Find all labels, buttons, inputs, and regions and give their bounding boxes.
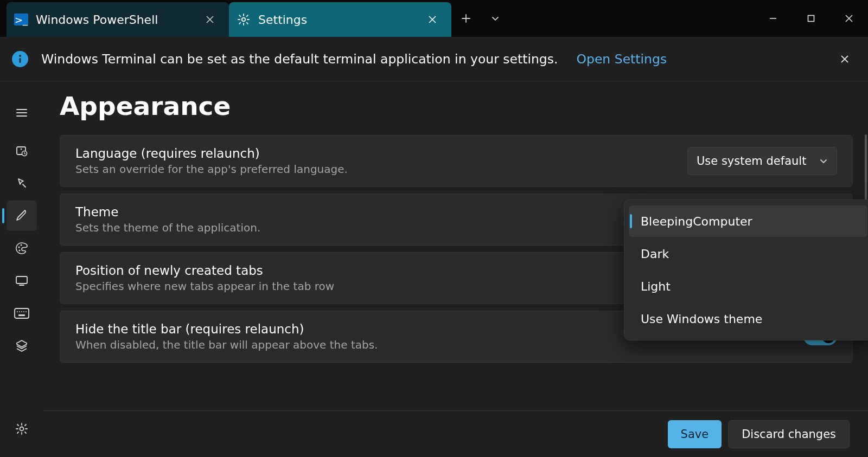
- powershell-icon: >_: [14, 12, 28, 27]
- svg-point-11: [17, 311, 18, 312]
- tab-title: Windows PowerShell: [36, 13, 193, 27]
- language-combo[interactable]: Use system default: [687, 147, 837, 175]
- gear-icon: [237, 12, 251, 27]
- banner-text: Windows Terminal can be set as the defau…: [41, 52, 558, 67]
- setting-language[interactable]: Language (requires relaunch) Sets an ove…: [60, 135, 853, 187]
- main-content: Appearance Language (requires relaunch) …: [43, 81, 868, 457]
- info-banner: Windows Terminal can be set as the defau…: [0, 37, 868, 81]
- nav-toggle-button[interactable]: [7, 98, 37, 128]
- tab-dropdown-button[interactable]: [481, 0, 510, 37]
- svg-point-12: [19, 311, 20, 312]
- sidebar-item-actions[interactable]: [7, 298, 37, 329]
- sidebar-item-startup[interactable]: [7, 136, 37, 166]
- info-icon: [12, 51, 28, 67]
- svg-point-0: [242, 18, 245, 21]
- banner-close-button[interactable]: [833, 48, 856, 70]
- svg-rect-16: [18, 314, 25, 316]
- sidebar-item-color-schemes[interactable]: [7, 233, 37, 263]
- save-button[interactable]: Save: [668, 420, 722, 448]
- window-controls: [754, 0, 868, 37]
- svg-point-6: [18, 247, 20, 248]
- setting-desc: Sets an override for the app's preferred…: [75, 163, 676, 176]
- theme-dropdown: BleepingComputer Dark Light Use Windows …: [624, 199, 868, 340]
- new-tab-button[interactable]: [451, 0, 481, 37]
- sidebar-item-interaction[interactable]: [7, 168, 37, 198]
- svg-point-13: [21, 311, 22, 312]
- option-label: Light: [641, 280, 671, 293]
- svg-rect-3: [20, 58, 21, 63]
- theme-option[interactable]: Dark: [629, 238, 867, 269]
- option-label: Use Windows theme: [641, 312, 762, 326]
- svg-point-8: [19, 250, 21, 252]
- tab-settings[interactable]: Settings: [229, 2, 451, 37]
- sidebar-item-settings[interactable]: [7, 414, 37, 444]
- close-icon[interactable]: [423, 10, 442, 29]
- tab-actions: [451, 0, 510, 37]
- theme-option[interactable]: Light: [629, 271, 867, 302]
- minimize-button[interactable]: [754, 0, 792, 37]
- svg-point-14: [23, 311, 24, 312]
- theme-option[interactable]: BleepingComputer: [629, 205, 867, 237]
- svg-point-17: [20, 427, 24, 431]
- tab-powershell[interactable]: >_ Windows PowerShell: [7, 2, 229, 37]
- tab-title: Settings: [258, 13, 416, 27]
- theme-option[interactable]: Use Windows theme: [629, 303, 867, 334]
- combo-value: Use system default: [697, 155, 806, 168]
- close-window-button[interactable]: [830, 0, 868, 37]
- svg-point-15: [25, 311, 27, 312]
- svg-point-2: [19, 55, 21, 57]
- svg-rect-10: [15, 308, 29, 318]
- footer: Save Discard changes: [43, 410, 868, 457]
- svg-point-7: [21, 244, 22, 246]
- discard-button[interactable]: Discard changes: [728, 420, 850, 448]
- page-title: Appearance: [60, 91, 853, 121]
- svg-rect-1: [808, 16, 814, 22]
- sidebar-item-appearance[interactable]: [7, 201, 37, 231]
- sidebar-item-rendering[interactable]: [7, 266, 37, 296]
- svg-rect-9: [16, 276, 27, 284]
- close-icon[interactable]: [201, 10, 219, 29]
- sidebar: [0, 81, 43, 457]
- option-label: BleepingComputer: [641, 215, 752, 228]
- setting-title: Language (requires relaunch): [75, 146, 676, 160]
- titlebar: >_ Windows PowerShell Settings: [0, 0, 868, 37]
- maximize-button[interactable]: [792, 0, 830, 37]
- open-settings-link[interactable]: Open Settings: [577, 52, 667, 67]
- sidebar-item-profiles[interactable]: [7, 331, 37, 361]
- option-label: Dark: [641, 247, 669, 261]
